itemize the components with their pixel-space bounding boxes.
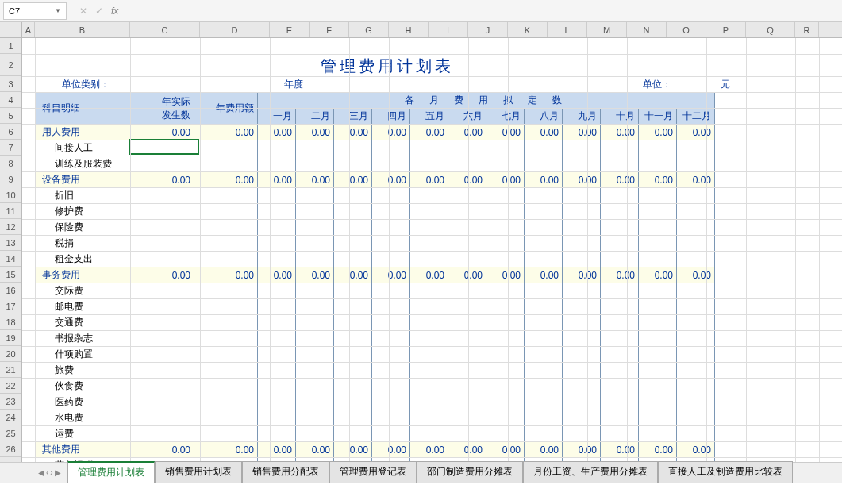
cell[interactable] <box>334 156 372 172</box>
table-row[interactable]: 运费 <box>36 426 715 442</box>
cell[interactable] <box>677 220 715 236</box>
cell[interactable] <box>334 315 372 331</box>
cell[interactable] <box>372 252 410 267</box>
cell[interactable] <box>639 156 677 172</box>
tab-first-icon[interactable]: ◀ <box>38 468 44 477</box>
cell[interactable]: 0.00 <box>639 125 677 140</box>
cell[interactable] <box>639 331 677 347</box>
cell[interactable] <box>372 379 410 394</box>
table-row[interactable]: 什项购置 <box>36 347 715 363</box>
cell[interactable] <box>296 140 334 156</box>
cell[interactable] <box>194 140 258 156</box>
cell[interactable] <box>677 252 715 267</box>
cell[interactable]: 0.00 <box>296 442 334 458</box>
table-row[interactable]: 训练及服装费 <box>36 156 715 172</box>
cell[interactable] <box>525 331 563 347</box>
cell[interactable] <box>525 140 563 156</box>
cell[interactable] <box>334 299 372 315</box>
table-row[interactable]: 用人费用0.000.000.000.000.000.000.000.000.00… <box>36 125 715 140</box>
cell[interactable]: 0.00 <box>194 172 258 188</box>
cell[interactable] <box>194 252 258 267</box>
cell[interactable] <box>258 283 296 299</box>
cell[interactable] <box>525 394 563 410</box>
table-row[interactable]: 折旧 <box>36 188 715 204</box>
cell[interactable] <box>677 140 715 156</box>
cell[interactable]: 0.00 <box>194 125 258 140</box>
cell[interactable] <box>296 331 334 347</box>
sheet-tab[interactable]: 直接人工及制造费用比较表 <box>658 461 793 483</box>
cell[interactable]: 0.00 <box>601 442 639 458</box>
col-header-E[interactable]: E <box>270 22 310 37</box>
cell[interactable] <box>258 156 296 172</box>
cell[interactable] <box>194 236 258 252</box>
cell[interactable] <box>601 220 639 236</box>
cell[interactable]: 0.00 <box>563 267 601 283</box>
cell[interactable] <box>601 379 639 394</box>
cell[interactable]: 0.00 <box>372 172 410 188</box>
cell[interactable] <box>525 236 563 252</box>
cell[interactable] <box>296 363 334 379</box>
cell[interactable]: 0.00 <box>334 172 372 188</box>
cell[interactable] <box>296 283 334 299</box>
cell[interactable] <box>563 426 601 442</box>
row-header-24[interactable]: 24 <box>0 410 21 425</box>
cell[interactable] <box>525 204 563 220</box>
cell[interactable]: 0.00 <box>372 267 410 283</box>
cell[interactable] <box>296 394 334 410</box>
cell[interactable] <box>639 283 677 299</box>
cell[interactable] <box>448 220 486 236</box>
cell[interactable] <box>372 299 410 315</box>
cell[interactable] <box>601 363 639 379</box>
cell[interactable] <box>334 252 372 267</box>
cell[interactable]: 0.00 <box>525 125 563 140</box>
cell[interactable] <box>448 363 486 379</box>
select-all-corner[interactable] <box>0 22 22 38</box>
fx-icon[interactable]: fx <box>111 6 118 17</box>
name-box[interactable]: C7 ▼ <box>3 2 67 20</box>
cell[interactable] <box>131 204 194 220</box>
cell[interactable] <box>448 379 486 394</box>
cell[interactable] <box>194 394 258 410</box>
cell[interactable] <box>677 410 715 426</box>
cell[interactable] <box>601 299 639 315</box>
cell[interactable] <box>296 299 334 315</box>
row-header-11[interactable]: 11 <box>0 203 21 219</box>
col-header-O[interactable]: O <box>667 22 706 37</box>
cell[interactable] <box>194 299 258 315</box>
row-header-7[interactable]: 7 <box>0 140 21 156</box>
cell[interactable] <box>601 410 639 426</box>
row-header-2[interactable]: 2 <box>0 54 21 76</box>
cell[interactable]: 0.00 <box>448 125 486 140</box>
cell[interactable]: 0.00 <box>258 125 296 140</box>
col-header-L[interactable]: L <box>548 22 587 37</box>
cell[interactable] <box>486 363 525 379</box>
cell[interactable]: 0.00 <box>194 267 258 283</box>
cell[interactable] <box>639 204 677 220</box>
cell[interactable]: 0.00 <box>296 172 334 188</box>
cell[interactable] <box>258 299 296 315</box>
col-header-M[interactable]: M <box>587 22 627 37</box>
cell[interactable] <box>296 156 334 172</box>
table-row[interactable]: 设备费用0.000.000.000.000.000.000.000.000.00… <box>36 172 715 188</box>
cell[interactable] <box>677 394 715 410</box>
table-row[interactable]: 医药费 <box>36 394 715 410</box>
col-header-G[interactable]: G <box>349 22 389 37</box>
col-header-P[interactable]: P <box>706 22 746 37</box>
row-header-23[interactable]: 23 <box>0 394 21 410</box>
cell[interactable] <box>601 188 639 204</box>
table-row[interactable]: 其他费用0.000.000.000.000.000.000.000.000.00… <box>36 442 715 458</box>
cell[interactable] <box>486 410 525 426</box>
cell[interactable] <box>639 347 677 363</box>
col-header-C[interactable]: C <box>130 22 200 37</box>
cell[interactable] <box>448 394 486 410</box>
cell[interactable] <box>194 347 258 363</box>
cell[interactable] <box>601 252 639 267</box>
cell[interactable] <box>334 347 372 363</box>
col-header-J[interactable]: J <box>468 22 508 37</box>
cell[interactable] <box>563 283 601 299</box>
cell[interactable] <box>486 283 525 299</box>
row-header-10[interactable]: 10 <box>0 187 21 203</box>
cell[interactable]: 0.00 <box>677 267 715 283</box>
cell[interactable] <box>525 363 563 379</box>
table-row[interactable]: 旅费 <box>36 363 715 379</box>
